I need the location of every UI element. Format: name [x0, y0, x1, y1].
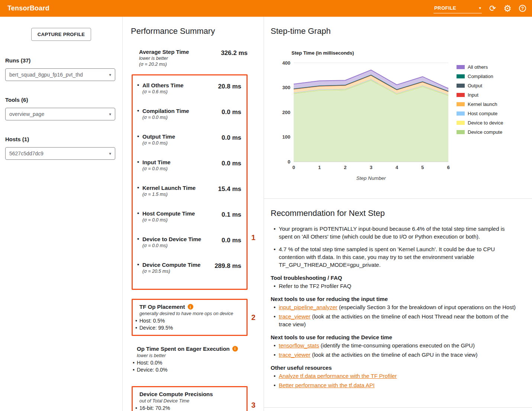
- info-icon[interactable]: i: [188, 304, 193, 310]
- reco-bullet: trace_viewer (look at the activities on …: [271, 351, 519, 359]
- metric-sigma: (σ = 20.5 ms): [137, 269, 200, 274]
- legend-label: All others: [468, 64, 488, 70]
- svg-text:0: 0: [292, 165, 295, 170]
- dashboard-selector[interactable]: PROFILE ▾: [433, 3, 482, 13]
- metric-sigma: (σ = 0.6 ms): [137, 89, 184, 94]
- annotation-box-3: Device Compute Precisions out of Total D…: [132, 386, 248, 411]
- topbar-controls: PROFILE ▾ ⟳ ⚙ ?: [433, 3, 526, 13]
- tools-field: Tools (6) overview_page ▾: [5, 97, 117, 120]
- link-trace-viewer[interactable]: trace_viewer: [279, 352, 310, 358]
- legend-swatch: [457, 121, 465, 125]
- main-layout: CAPTURE PROFILE Runs (37) bert_squad_8gp…: [0, 17, 532, 411]
- metric-row-kernel-launch-time: Kernel Launch Time(σ = 1.5 ms)15.4 ms: [137, 185, 241, 197]
- runs-select[interactable]: bert_squad_8gpu_fp16_pvt_thd ▾: [5, 68, 115, 81]
- metric-row-host-compute-time: Host Compute Time(σ = 0.0 ms)0.1 ms: [137, 210, 241, 223]
- reco-heading-other-useful-resources: Other useful resources: [271, 365, 521, 371]
- metric-row-device-compute-time: Device Compute Time(σ = 20.5 ms)289.8 ms: [137, 262, 241, 274]
- metric-value: 0.0 ms: [222, 109, 241, 116]
- hosts-select[interactable]: 5627c5dd7dc9 ▾: [5, 147, 115, 160]
- metric-value: 326.2 ms: [221, 49, 248, 57]
- app-title: TensorBoard: [7, 4, 49, 12]
- svg-text:300: 300: [282, 85, 290, 90]
- recommendation-subsections: Tool troubleshooting / FAQRefer to the T…: [271, 275, 521, 389]
- metric-sigma: (σ = 1.5 ms): [137, 192, 196, 197]
- dashboard-selector-value: PROFILE: [434, 5, 456, 11]
- reco-heading-tool-troubleshooting-faq: Tool troubleshooting / FAQ: [271, 275, 521, 281]
- step-time-breakdown-list: All Others Time(σ = 0.6 ms)20.8 msCompil…: [137, 82, 241, 274]
- average-step-time-row: Average Step Time lower is better (σ = 2…: [139, 49, 248, 67]
- link-input-pipeline-analyzer[interactable]: input_pipeline_analyzer: [279, 304, 338, 310]
- svg-text:200: 200: [282, 110, 290, 115]
- reco-list: Refer to the TF2 Profiler FAQ: [271, 282, 521, 290]
- info-icon[interactable]: i: [232, 346, 238, 352]
- legend-label: Kernel launch: [468, 101, 497, 107]
- eager-execution-note: lower is better: [137, 353, 264, 358]
- performance-summary-panel: Performance Summary Average Step Time lo…: [123, 17, 264, 411]
- metric-label: Compilation Time: [137, 108, 189, 114]
- metric-label: Kernel Launch Time: [137, 185, 196, 191]
- hosts-label: Hosts (1): [5, 136, 117, 142]
- legend-swatch: [457, 130, 465, 134]
- legend-item-compilation: Compilation: [457, 74, 503, 79]
- metric-value: 15.4 ms: [218, 185, 241, 193]
- metric-row-output-time: Output Time(σ = 0.0 ms)0.0 ms: [137, 133, 241, 146]
- tf-op-placement-list: Host: 0.5%Device: 99.5%: [134, 317, 242, 332]
- legend-swatch: [457, 84, 465, 88]
- tools-label: Tools (6): [5, 97, 117, 103]
- annotation-number-2: 2: [251, 313, 255, 321]
- tools-select[interactable]: overview_page ▾: [5, 108, 115, 120]
- settings-gear-icon[interactable]: ⚙: [503, 4, 512, 13]
- metric-value: 0.0 ms: [222, 134, 241, 142]
- tf-op-placement-label: TF Op Placement i: [139, 304, 242, 310]
- legend-item-output: Output: [457, 83, 503, 88]
- link-better-performance-with-the-tf-data-api[interactable]: Better performance with the tf.data API: [279, 382, 375, 388]
- stacked-area-chart: Step Time (in milliseconds)0100200300400…: [277, 49, 451, 183]
- annotation-number-1: 1: [251, 233, 255, 242]
- metric-sigma: (σ = 0.0 ms): [137, 217, 195, 223]
- recommendation-section: Recommendation for Next Step Your progra…: [264, 199, 532, 408]
- annotation-number-3: 3: [251, 401, 255, 410]
- topbar: TensorBoard PROFILE ▾ ⟳ ⚙ ?: [0, 0, 532, 17]
- legend-label: Output: [468, 83, 482, 88]
- device-precisions-list: 16-bit: 70.2%32-bit: 29.8%: [134, 405, 242, 411]
- metric-row-input-time: Input Time(σ = 0.0 ms)0.0 ms: [137, 159, 241, 171]
- metric-row-device-to-device-time: Device to Device Time(σ = 0.0 ms)0.0 ms: [137, 236, 241, 248]
- svg-text:Step Number: Step Number: [356, 175, 386, 181]
- performance-summary-title: Performance Summary: [131, 26, 264, 36]
- runs-select-value: bert_squad_8gpu_fp16_pvt_thd: [9, 72, 83, 78]
- metric-sigma: (σ = 20.2 ms): [139, 62, 189, 67]
- link-tensorflow-stats[interactable]: tensorflow_stats: [279, 342, 319, 349]
- chevron-down-icon: ▾: [109, 72, 111, 77]
- reco-bullet: Analyze tf.data performance with the TF …: [271, 372, 519, 380]
- legend-item-device-to-device: Device to device: [457, 120, 503, 126]
- help-icon[interactable]: ?: [519, 5, 526, 12]
- step-time-graph-section: Step-time Graph Step Time (in millisecon…: [264, 17, 532, 199]
- annotation-box-1: All Others Time(σ = 0.6 ms)20.8 msCompil…: [132, 74, 248, 290]
- eager-execution-list: Host: 0.0%Device: 0.0%: [132, 359, 264, 374]
- metric-label: Device to Device Time: [137, 236, 201, 242]
- svg-text:100: 100: [282, 134, 290, 140]
- legend-label: Device compute: [468, 129, 502, 135]
- svg-text:3: 3: [370, 165, 372, 170]
- svg-text:5: 5: [421, 165, 424, 170]
- device-precisions-label: Device Compute Precisions: [139, 391, 242, 397]
- reco-heading-next-tools-to-use-for-reducing-the-device-time: Next tools to use for reducing the Devic…: [271, 334, 521, 340]
- link-trace-viewer[interactable]: trace_viewer: [279, 313, 310, 320]
- metric-note: lower is better: [139, 56, 189, 61]
- eager-execution-label: Op Time Spent on Eager Execution i: [137, 346, 264, 352]
- reload-icon[interactable]: ⟳: [489, 4, 496, 13]
- svg-text:6: 6: [447, 165, 449, 170]
- tools-select-value: overview_page: [9, 111, 44, 117]
- capture-profile-button[interactable]: CAPTURE PROFILE: [31, 28, 91, 41]
- legend-label: Input: [468, 92, 478, 98]
- list-item: 16-bit: 70.2%: [134, 405, 242, 411]
- metric-sigma: (σ = 0.0 ms): [137, 115, 189, 120]
- tensorboard-app: TensorBoard PROFILE ▾ ⟳ ⚙ ? CAPTURE PROF…: [0, 0, 532, 411]
- link-analyze-tf-data-performance-with-the-tf-profiler[interactable]: Analyze tf.data performance with the TF …: [279, 373, 397, 379]
- metric-value: 0.0 ms: [222, 237, 241, 244]
- reco-list: Analyze tf.data performance with the TF …: [271, 372, 521, 389]
- chart-legend: All othersCompilationOutputInputKernel l…: [457, 64, 503, 183]
- reco-bullet: tensorflow_stats (identify the time-cons…: [271, 342, 519, 349]
- step-time-chart: Step Time (in milliseconds)0100200300400…: [277, 49, 532, 183]
- metric-value: 20.8 ms: [218, 83, 241, 90]
